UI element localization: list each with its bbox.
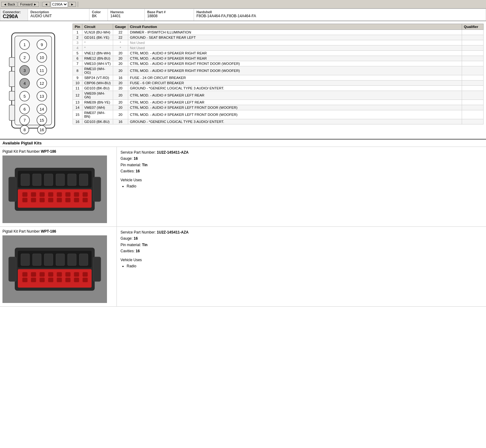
pin-cell: 6 bbox=[73, 56, 82, 61]
circuit-cell: * bbox=[82, 40, 113, 45]
connector-svg: 1 2 3 4 5 6 7 8 9 bbox=[2, 30, 64, 134]
pin-cell: 3 bbox=[73, 40, 82, 45]
qualifier-cell bbox=[462, 81, 484, 86]
qualifier-cell bbox=[462, 119, 484, 124]
table-row: 11GD103 (BK-BU)20GROUND - *GENERIC LOGIC… bbox=[73, 86, 484, 91]
back-button[interactable]: ◄ Back bbox=[1, 2, 17, 7]
col-qualifier: Qualifier bbox=[462, 24, 484, 30]
svg-text:14: 14 bbox=[40, 107, 44, 112]
svg-text:12: 12 bbox=[40, 81, 44, 86]
svg-rect-5 bbox=[9, 105, 15, 120]
svg-rect-82 bbox=[83, 278, 88, 282]
svg-rect-42 bbox=[40, 192, 45, 197]
pigtail-image-box bbox=[2, 235, 107, 303]
col-circuit: Circuit bbox=[82, 24, 113, 30]
svg-rect-74 bbox=[83, 272, 88, 277]
qualifier-cell bbox=[462, 51, 484, 56]
svg-text:1: 1 bbox=[23, 42, 26, 47]
nav-left-button[interactable]: ◄ bbox=[42, 2, 50, 7]
hardshell-cell: Hardshell F8OB-14A464-FA,F8OB-14A464-FA bbox=[194, 9, 486, 21]
table-row: 10CBP06 (WH-BU)20FUSE - 6 OR CIRCUIT BRE… bbox=[73, 81, 484, 86]
qualifier-cell bbox=[462, 105, 484, 110]
svg-rect-85 bbox=[33, 254, 41, 265]
function-cell: GROUND - SEAT BRACKET REAR LEFT bbox=[128, 35, 462, 40]
svg-text:9: 9 bbox=[41, 42, 43, 47]
pigtail-image-section: Pigtail Kit Part Number WPT-186 bbox=[0, 147, 117, 226]
toolbar: ◄ Back Forward ► ◄ C290A ► bbox=[0, 0, 486, 9]
svg-rect-70 bbox=[48, 272, 53, 277]
svg-rect-54 bbox=[74, 198, 79, 202]
pin-cell: 9 bbox=[73, 75, 82, 81]
table-row: 14VME07 (WH)20CTRL MOD. - AUDIO # SPEAKE… bbox=[73, 105, 484, 110]
gauge-cell: 22 bbox=[113, 30, 128, 35]
service-part-value: 1U2Z-14S411-AZA bbox=[157, 230, 188, 234]
svg-text:4: 4 bbox=[23, 81, 26, 86]
function-cell: CTRL MOD. - AUDIO # SPEAKER LEFT REAR bbox=[128, 100, 462, 105]
svg-rect-69 bbox=[40, 272, 45, 277]
pin-cell: 16 bbox=[73, 119, 82, 124]
svg-rect-88 bbox=[68, 254, 76, 265]
connector-diagram: 1 2 3 4 5 6 7 8 9 bbox=[2, 30, 70, 135]
vehicle-uses-list: Radio bbox=[127, 183, 482, 189]
svg-rect-91 bbox=[93, 257, 101, 281]
svg-rect-80 bbox=[65, 278, 70, 282]
function-cell: CTRL MOD. - AUDIO # SPEAKER LEFT FRONT D… bbox=[128, 105, 462, 110]
circuit-cell: GD161 (BK-YE) bbox=[82, 35, 113, 40]
svg-rect-45 bbox=[65, 192, 70, 197]
svg-rect-77 bbox=[40, 278, 45, 282]
svg-rect-49 bbox=[31, 198, 36, 202]
harness-cell: Harness 14401 bbox=[108, 9, 145, 21]
connector-dropdown[interactable]: C290A bbox=[51, 1, 68, 7]
circuit-cell: VME07 (WH) bbox=[82, 105, 113, 110]
qualifier-cell bbox=[462, 100, 484, 105]
table-row: 12VME09 (WH-GN)20CTRL MOD. - AUDIO # SPE… bbox=[73, 91, 484, 100]
gauge-cell: 20 bbox=[113, 100, 128, 105]
kit-title: Pigtail Kit Part Number WPT-186 bbox=[2, 149, 114, 154]
circuit-cell: * bbox=[82, 45, 113, 51]
svg-text:8: 8 bbox=[23, 128, 26, 132]
service-part-line: Service Part Number: 1U2Z-14S411-AZA bbox=[121, 229, 482, 235]
pin-material-value: Tin bbox=[142, 163, 148, 167]
nav-right-button[interactable]: ► bbox=[69, 2, 76, 7]
color-label: Color bbox=[92, 10, 105, 14]
svg-rect-86 bbox=[44, 254, 53, 265]
header-table: Connector: C290A Description AUDIO UNIT … bbox=[0, 9, 486, 21]
pigtail-kit: Pigtail Kit Part Number WPT-186 Service … bbox=[0, 227, 486, 307]
pin-cell: 2 bbox=[73, 35, 82, 40]
circuit-cell: GD103 (BK-BU) bbox=[82, 86, 113, 91]
pigtail-details-section: Service Part Number: 1U2Z-14S411-AZA Gau… bbox=[117, 227, 486, 306]
svg-rect-59 bbox=[44, 174, 53, 186]
svg-rect-46 bbox=[74, 192, 79, 197]
pin-material-line: Pin material: Tin bbox=[121, 162, 482, 168]
list-item: Radio bbox=[127, 183, 482, 189]
color-value: BK bbox=[92, 14, 105, 18]
gauge-value: 16 bbox=[134, 156, 138, 161]
col-function: Circuit Function bbox=[128, 24, 462, 30]
qualifier-cell bbox=[462, 86, 484, 91]
pin-material-line: Pin material: Tin bbox=[121, 242, 482, 248]
circuit-cell: RME09 (BN-YE) bbox=[82, 100, 113, 105]
svg-rect-72 bbox=[65, 272, 70, 277]
qualifier-cell bbox=[462, 75, 484, 81]
svg-rect-73 bbox=[74, 272, 79, 277]
gauge-cell: 22 bbox=[113, 35, 128, 40]
qualifier-cell bbox=[462, 110, 484, 119]
svg-text:15: 15 bbox=[40, 118, 44, 123]
svg-text:6: 6 bbox=[23, 107, 26, 112]
cavities-line: Cavities: 16 bbox=[121, 248, 482, 254]
svg-text:13: 13 bbox=[40, 94, 44, 99]
function-cell: CTRL MOD. - AUDIO # SPEAKER LEFT FRONT D… bbox=[128, 110, 462, 119]
pin-cell: 1 bbox=[73, 30, 82, 35]
pin-table-body: 1VLN18 (BU-WH)22DIMMER - IP/SWITCH ILLUM… bbox=[73, 30, 484, 124]
qualifier-cell bbox=[462, 40, 484, 45]
svg-text:16: 16 bbox=[40, 128, 44, 132]
forward-button[interactable]: Forward ► bbox=[18, 2, 39, 7]
service-part-line: Service Part Number: 1U2Z-14S411-AZA bbox=[121, 149, 482, 155]
svg-rect-76 bbox=[31, 278, 36, 282]
gauge-cell: 20 bbox=[113, 56, 128, 61]
svg-rect-53 bbox=[65, 198, 70, 202]
function-cell: CTRL MOD. - AUDIO # SPEAKER RIGHT REAR bbox=[128, 51, 462, 56]
svg-rect-90 bbox=[9, 257, 16, 281]
pin-cell: 8 bbox=[73, 66, 82, 75]
svg-rect-39 bbox=[18, 189, 92, 208]
